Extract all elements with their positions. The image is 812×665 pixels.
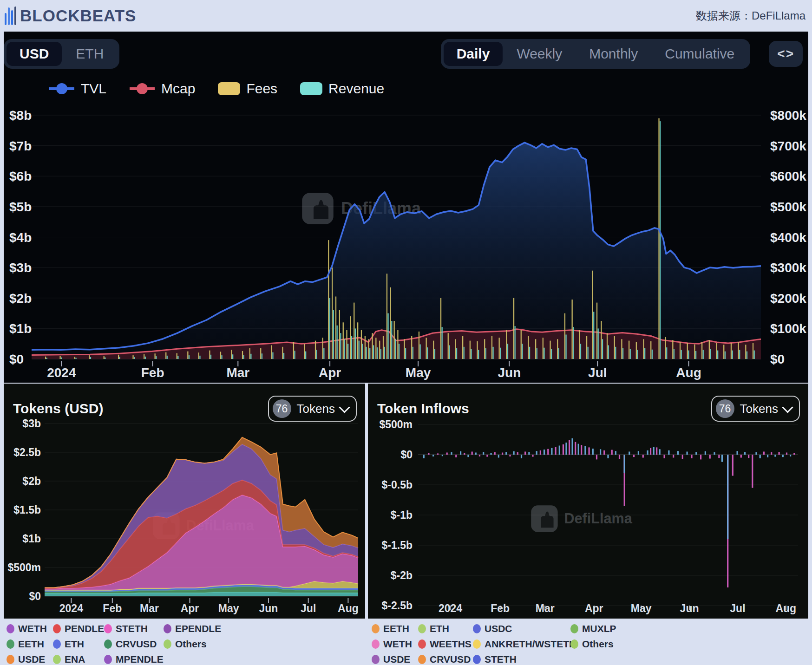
svg-text:$700k: $700k — [770, 139, 806, 153]
blockbeats-logo-icon — [5, 7, 16, 25]
token-legend-ena: ENA — [53, 654, 104, 665]
svg-text:Mar: Mar — [226, 365, 249, 380]
svg-text:May: May — [218, 602, 239, 614]
inflows-chart[interactable]: $500m$0$-0.5b$-1b$-1.5b$-2b$-2.5b2024Feb… — [368, 415, 808, 619]
token-legend-crvusd: CRVUSD — [104, 639, 164, 650]
legend-dot-icon — [372, 639, 380, 649]
main-chart[interactable]: $8b$800k$7b$700k$6b$600k$5b$500k$4b$400k… — [4, 101, 808, 380]
token-legend-eth: ETH — [53, 639, 104, 650]
tokens-panel-title: Tokens (USD) — [13, 401, 103, 417]
svg-text:$3b: $3b — [22, 417, 41, 430]
legend-dot-icon — [473, 639, 481, 649]
legend-dot-icon — [104, 639, 112, 649]
svg-text:Mar: Mar — [536, 602, 555, 614]
svg-text:$500m: $500m — [379, 418, 413, 430]
token-legend-eth: ETH — [418, 623, 473, 634]
svg-text:$200k: $200k — [770, 291, 806, 306]
interval-tab-cumulative[interactable]: Cumulative — [652, 42, 747, 66]
token-inflows-panel: Token Inflows 76 Tokens DefiLlama $500m$… — [368, 384, 808, 619]
legend-dot-icon — [104, 655, 112, 664]
svg-text:$500k: $500k — [770, 200, 806, 214]
legend-dot-icon — [372, 624, 380, 633]
svg-text:Jul: Jul — [730, 602, 745, 614]
svg-text:$6b: $6b — [9, 169, 32, 183]
legend-marker-line — [48, 81, 75, 96]
svg-text:Jul: Jul — [301, 602, 316, 614]
legend-dot-icon — [418, 655, 426, 664]
inflows-panel-title: Token Inflows — [377, 401, 469, 417]
svg-text:Jul: Jul — [588, 365, 607, 380]
tokens-chart[interactable]: $3b$2.5b$2b$1.5b$1b$500m$02024FebMarAprM… — [4, 415, 365, 619]
svg-text:$2b: $2b — [9, 291, 32, 306]
svg-text:Aug: Aug — [338, 602, 359, 614]
legend-dot-icon — [7, 639, 14, 649]
svg-text:$100k: $100k — [770, 321, 806, 336]
interval-tab-daily[interactable]: Daily — [444, 42, 503, 66]
token-legend-steth: STETH — [473, 654, 570, 665]
page-header: BLOCKBEATS 数据来源：DeFiLlama — [0, 0, 812, 32]
svg-text:$1b: $1b — [9, 321, 32, 336]
svg-text:Jun: Jun — [680, 602, 699, 614]
token-legend-muxlp: MUXLP — [570, 623, 616, 634]
chart-controls: USDETH DailyWeeklyMonthlyCumulative <> — [4, 39, 803, 69]
svg-text:$2.5b: $2.5b — [13, 446, 41, 458]
legend-dot-icon — [53, 639, 61, 649]
token-legend-eeth: EETH — [7, 639, 53, 650]
token-legend-weeths: WEETHS — [418, 639, 473, 650]
blockbeats-logo: BLOCKBEATS — [5, 7, 136, 25]
svg-text:2024: 2024 — [47, 365, 76, 380]
token-legend-weth: WETH — [372, 639, 418, 650]
legend-dot-icon — [104, 624, 112, 633]
footer-legends: WETHPENDLESTETHEPENDLEEETHETHCRVUSDOther… — [0, 619, 812, 665]
svg-text:$0: $0 — [770, 352, 785, 366]
legend-marker-box — [217, 81, 241, 96]
svg-text:Feb: Feb — [491, 602, 510, 614]
svg-text:$-0.5b: $-0.5b — [382, 479, 413, 491]
svg-text:$1.5b: $1.5b — [13, 504, 41, 516]
legend-dot-icon — [164, 639, 171, 649]
token-legend-usdc: USDC — [473, 623, 570, 634]
token-legend-steth: STETH — [104, 623, 164, 634]
token-legend-usde: USDE — [372, 654, 418, 665]
svg-text:Apr: Apr — [181, 602, 199, 614]
svg-text:$1b: $1b — [22, 533, 41, 545]
legend-dot-icon — [473, 624, 481, 633]
svg-text:Jun: Jun — [498, 365, 521, 380]
svg-text:$0: $0 — [9, 352, 24, 366]
svg-text:$-1b: $-1b — [391, 509, 413, 521]
legend-item-fees[interactable]: Fees — [217, 81, 277, 97]
embed-code-button[interactable]: <> — [769, 41, 803, 67]
token-legend-crvusd: CRVUSD — [418, 654, 473, 665]
token-legend-ependle: EPENDLE — [164, 623, 365, 634]
interval-tab-monthly[interactable]: Monthly — [576, 42, 651, 66]
currency-toggle: USDETH — [4, 39, 119, 69]
currency-option-usd[interactable]: USD — [7, 42, 62, 66]
svg-text:$800k: $800k — [770, 108, 806, 123]
svg-text:Aug: Aug — [775, 602, 796, 614]
interval-tab-weekly[interactable]: Weekly — [504, 42, 575, 66]
svg-text:May: May — [631, 602, 652, 614]
legend-item-revenue[interactable]: Revenue — [300, 81, 384, 97]
legend-item-tvl[interactable]: TVL — [48, 81, 106, 97]
legend-marker-line — [129, 81, 156, 96]
legend-dot-icon — [7, 624, 14, 633]
legend-dot-icon — [7, 655, 14, 664]
main-chart-panel: USDETH DailyWeeklyMonthlyCumulative <> T… — [4, 32, 808, 383]
svg-text:$5b: $5b — [9, 200, 32, 214]
svg-text:Mar: Mar — [140, 602, 159, 614]
svg-text:May: May — [406, 365, 431, 380]
chevron-down-icon — [339, 402, 350, 413]
svg-text:Feb: Feb — [141, 365, 164, 380]
data-source-label: 数据来源：DeFiLlama — [696, 8, 805, 23]
svg-text:$600k: $600k — [770, 169, 806, 183]
legend-item-mcap[interactable]: Mcap — [129, 81, 195, 97]
legend-dot-icon — [570, 624, 578, 633]
svg-text:$400k: $400k — [770, 230, 806, 245]
tokens-usd-panel: Tokens (USD) 76 Tokens DefiLlama $3b$2.5… — [4, 384, 365, 619]
chevron-down-icon — [782, 402, 793, 413]
svg-text:2024: 2024 — [439, 602, 462, 614]
legend-dot-icon — [53, 655, 61, 664]
currency-option-eth[interactable]: ETH — [63, 42, 117, 66]
token-legend-ankreth-wsteth: ANKRETH/WSTETH — [473, 639, 570, 650]
svg-text:Apr: Apr — [319, 365, 341, 380]
